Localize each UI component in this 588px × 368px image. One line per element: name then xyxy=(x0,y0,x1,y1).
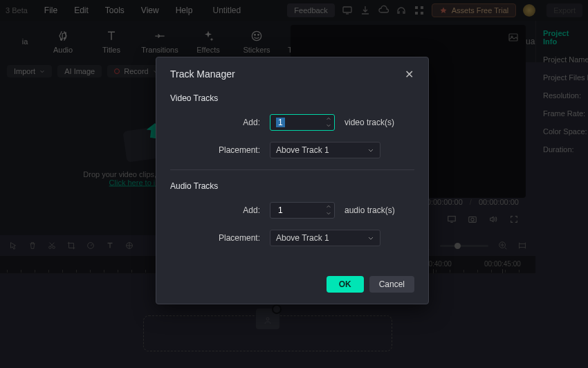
menu-tools[interactable]: Tools xyxy=(97,6,133,15)
ok-button[interactable]: OK xyxy=(327,276,364,293)
chevron-down-icon[interactable] xyxy=(326,210,331,216)
apps-icon[interactable] xyxy=(414,5,425,16)
svg-rect-15 xyxy=(469,217,477,223)
media-placeholder-icon xyxy=(256,309,279,329)
chevron-down-icon[interactable] xyxy=(326,122,331,128)
avatar[interactable] xyxy=(523,4,535,17)
volume-icon[interactable] xyxy=(488,214,498,224)
import-button[interactable]: Import xyxy=(7,65,52,77)
ruler-tick: 00:00:45:00 xyxy=(484,260,521,273)
proj-dur-label: Duration: xyxy=(543,145,581,154)
display-icon[interactable] xyxy=(447,214,457,224)
svg-point-7 xyxy=(252,31,261,40)
chevron-down-icon xyxy=(367,234,374,241)
chevron-up-icon[interactable] xyxy=(326,116,331,122)
speed-icon[interactable] xyxy=(86,241,95,250)
cancel-button[interactable]: Cancel xyxy=(369,276,414,293)
svg-rect-0 xyxy=(343,7,351,12)
tool-effects[interactable]: Effects xyxy=(184,29,232,54)
tool-media[interactable]: ia xyxy=(11,37,39,46)
svg-point-8 xyxy=(255,35,256,36)
snapshot-icon[interactable] xyxy=(468,214,477,224)
menu-view[interactable]: View xyxy=(133,6,167,15)
document-title: Untitled xyxy=(166,6,287,15)
svg-point-25 xyxy=(266,318,269,320)
download-icon[interactable] xyxy=(360,5,371,16)
video-count-input[interactable]: 1 xyxy=(270,114,335,131)
close-icon[interactable]: ✕ xyxy=(403,68,414,80)
preview-time-total: 00:00:00:00 xyxy=(479,198,519,206)
proj-color-label: Color Space: xyxy=(543,127,581,136)
adjust-icon[interactable] xyxy=(125,241,134,250)
track-manager-modal: Track Manager ✕ Video Tracks Add: 1 vide… xyxy=(156,57,429,304)
proj-files-label: Project Files Location: xyxy=(543,73,581,82)
feedback-button[interactable]: Feedback xyxy=(287,3,334,17)
video-placement-select[interactable]: Above Track 1 xyxy=(270,142,380,158)
audio-placement-select[interactable]: Above Track 1 xyxy=(270,230,380,246)
proj-res-label: Resolution: xyxy=(543,91,581,100)
assets-trial-button[interactable]: Assets Free Trial xyxy=(432,3,517,17)
cut-icon[interactable] xyxy=(47,241,57,250)
menu-edit[interactable]: Edit xyxy=(66,6,97,15)
svg-point-9 xyxy=(258,35,259,36)
audio-tracks-head: Audio Tracks xyxy=(170,181,414,191)
fit-icon[interactable] xyxy=(517,241,527,250)
project-info-panel: Project Info Project Name: Project Files… xyxy=(535,21,588,62)
tool-transitions[interactable]: Transitions xyxy=(136,29,184,54)
cloud-icon[interactable] xyxy=(378,5,389,16)
divider xyxy=(170,169,414,170)
headset-icon[interactable] xyxy=(396,5,407,16)
svg-rect-1 xyxy=(415,6,418,9)
video-placement-label: Placement: xyxy=(219,145,260,155)
svg-point-18 xyxy=(53,246,55,249)
audio-count-input[interactable]: 1 xyxy=(270,202,335,219)
modal-title: Track Manager xyxy=(170,68,235,80)
zoom-slider[interactable] xyxy=(440,245,488,247)
chevron-down-icon xyxy=(367,147,374,154)
trash-icon[interactable] xyxy=(28,241,37,250)
proj-name-label: Project Name: xyxy=(543,55,581,64)
pointer-icon[interactable] xyxy=(8,241,18,250)
text-icon[interactable] xyxy=(105,241,115,250)
crop-icon[interactable] xyxy=(66,241,76,250)
tool-audio[interactable]: Audio xyxy=(39,29,87,54)
video-tracks-head: Video Tracks xyxy=(170,93,414,103)
svg-rect-14 xyxy=(448,217,456,221)
svg-point-16 xyxy=(471,218,474,221)
chevron-up-icon[interactable] xyxy=(326,204,331,210)
svg-rect-3 xyxy=(415,12,418,15)
tool-titles[interactable]: Titles xyxy=(87,29,136,54)
image-icon[interactable] xyxy=(508,32,519,45)
svg-rect-24 xyxy=(520,243,526,247)
svg-rect-4 xyxy=(421,12,423,15)
export-button[interactable]: Export xyxy=(546,3,582,17)
menu-file[interactable]: File xyxy=(36,6,66,15)
svg-point-19 xyxy=(88,243,94,249)
tool-stickers[interactable]: Stickers xyxy=(232,29,281,54)
monitor-icon[interactable] xyxy=(342,5,353,16)
beta-label: 3 Beta xyxy=(6,6,28,15)
audio-suffix: audio track(s) xyxy=(344,205,395,215)
audio-placement-label: Placement: xyxy=(219,233,260,243)
fullscreen-icon[interactable] xyxy=(509,214,519,224)
time-sep: / xyxy=(470,198,472,206)
project-info-head: Project Info xyxy=(543,29,581,46)
audio-add-label: Add: xyxy=(219,205,260,215)
svg-point-17 xyxy=(49,246,52,249)
zoom-in-icon[interactable] xyxy=(498,241,508,250)
video-suffix: video track(s) xyxy=(344,118,394,127)
ai-image-button[interactable]: AI Image xyxy=(57,65,102,77)
video-add-label: Add: xyxy=(219,118,260,127)
drop-track[interactable] xyxy=(143,315,392,351)
svg-rect-2 xyxy=(421,6,423,9)
proj-fps-label: Frame Rate: xyxy=(543,109,581,118)
topbar: 3 Beta File Edit Tools View Help Untitle… xyxy=(0,0,588,21)
